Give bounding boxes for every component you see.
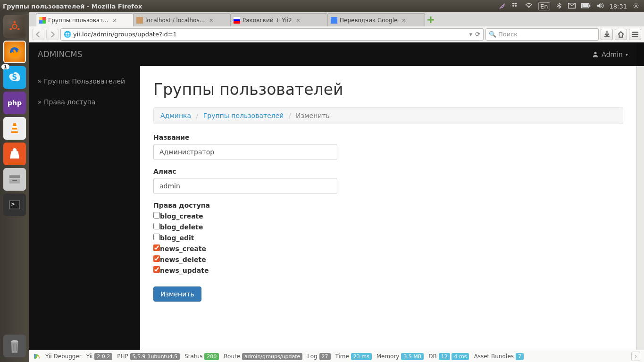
close-icon[interactable]: × — [209, 17, 214, 24]
chevron-down-icon: ▾ — [626, 52, 628, 57]
perm-checkbox[interactable] — [153, 234, 160, 240]
dropdown-icon[interactable]: ▾ — [469, 31, 473, 38]
tab-label: Раковский + Yii2 — [243, 17, 292, 24]
perm-checkbox[interactable] — [153, 212, 160, 219]
url-bar[interactable]: 🌐 yii.loc/admin/groups/update?id=1 ▾ ⟳ — [60, 28, 484, 41]
debug-label: Yii Debugger — [45, 353, 82, 360]
perm-blog_edit[interactable]: blog_edit — [153, 234, 623, 242]
search-bar[interactable]: 🔍 Поиск — [485, 28, 599, 41]
close-icon[interactable]: × — [296, 17, 301, 24]
submit-button[interactable]: Изменить — [153, 286, 201, 302]
sidebar-item-groups[interactable]: » Группы Пользователей — [29, 71, 140, 92]
perm-label: blog_create — [160, 212, 203, 220]
svg-rect-14 — [9, 175, 20, 178]
alias-label: Алиас — [153, 168, 623, 175]
launcher-terminal[interactable]: >_ — [3, 194, 26, 216]
tab-label: localhost / localhos... — [145, 17, 205, 24]
svg-point-19 — [11, 340, 18, 343]
svg-point-23 — [594, 52, 597, 54]
window-titlebar: Группы пользователей - Mozilla Firefox E… — [0, 0, 644, 12]
dropbox-icon[interactable] — [512, 2, 519, 11]
svg-rect-16 — [12, 180, 17, 181]
perm-news_update[interactable]: news_update — [153, 266, 623, 274]
perms-label: Права доступа — [153, 202, 623, 209]
launcher-firefox[interactable] — [3, 41, 26, 63]
brand[interactable]: ADMINCMS — [38, 50, 82, 59]
globe-icon: 🌐 — [64, 31, 71, 38]
clock[interactable]: 18:31 — [610, 3, 627, 10]
tab-strip: Группы пользоват... × localhost / localh… — [29, 12, 644, 26]
launcher-files[interactable] — [3, 168, 26, 191]
perm-label: blog_delete — [160, 223, 203, 231]
perm-blog_delete[interactable]: blog_delete — [153, 223, 623, 231]
unity-launcher: 1 S php >_ — [0, 12, 29, 362]
tab-label: Группы пользоват... — [48, 17, 109, 24]
new-tab-button[interactable] — [425, 13, 437, 26]
svg-point-6 — [12, 24, 17, 28]
tab-1[interactable]: localhost / localhos... × — [133, 13, 231, 26]
name-input[interactable] — [153, 144, 337, 160]
page-content: ADMINCMS Admin ▾ » Группы Пользователей … — [29, 42, 644, 350]
svg-point-9 — [17, 28, 20, 31]
forward-button[interactable] — [46, 29, 59, 40]
launcher-dash[interactable] — [3, 15, 26, 38]
reload-icon[interactable]: ⟳ — [475, 31, 480, 38]
breadcrumb-groups[interactable]: Группы пользователей — [203, 112, 284, 119]
wifi-icon[interactable] — [525, 2, 533, 11]
downloads-button[interactable] — [601, 29, 613, 40]
breadcrumb-admin[interactable]: Админка — [160, 112, 191, 119]
page-title: Группы пользователей — [153, 80, 623, 99]
gear-icon[interactable] — [633, 2, 639, 10]
perm-checkbox[interactable] — [153, 255, 160, 262]
launcher-skype[interactable]: 1 S — [3, 66, 26, 89]
svg-text:S: S — [12, 73, 17, 82]
feather-icon — [499, 2, 506, 11]
app-header: ADMINCMS Admin ▾ — [29, 42, 636, 66]
perm-checkbox[interactable] — [153, 244, 160, 251]
launcher-trash[interactable] — [3, 335, 26, 357]
tab-0[interactable]: Группы пользоват... × — [36, 13, 134, 26]
yii-debug-bar[interactable]: Yii Debugger Yii 2.0.2 PHP 5.5.9-1ubuntu… — [29, 350, 644, 362]
search-icon: 🔍 — [489, 31, 496, 38]
bluetooth-icon[interactable] — [556, 2, 562, 10]
tab-3[interactable]: Переводчик Google × — [327, 13, 425, 26]
close-icon[interactable]: × — [112, 17, 117, 24]
sidebar-item-permissions[interactable]: » Права доступа — [29, 92, 140, 112]
breadcrumb: Админка / Группы пользователей / Изменит… — [153, 107, 623, 124]
user-menu[interactable]: Admin ▾ — [592, 51, 628, 58]
menu-button[interactable] — [629, 29, 641, 40]
home-button[interactable] — [615, 29, 627, 40]
tab-2[interactable]: Раковский + Yii2 × — [230, 13, 328, 26]
back-button[interactable] — [32, 29, 44, 40]
keyboard-layout[interactable]: En — [538, 2, 550, 10]
alias-input[interactable] — [153, 178, 337, 194]
mail-icon[interactable] — [568, 3, 576, 10]
sidebar: » Группы Пользователей » Права доступа — [29, 42, 140, 350]
field-alias: Алиас — [153, 168, 623, 194]
scrollbar[interactable] — [636, 66, 644, 350]
favicon-icon — [39, 17, 46, 24]
svg-point-0 — [528, 7, 529, 8]
svg-point-8 — [10, 28, 12, 31]
svg-rect-12 — [12, 126, 17, 128]
debug-collapse[interactable]: › — [631, 352, 640, 361]
user-icon — [592, 51, 599, 58]
volume-icon[interactable] — [596, 2, 604, 11]
svg-text:>_: >_ — [11, 202, 17, 207]
perm-checkbox[interactable] — [153, 266, 160, 273]
name-label: Название — [153, 134, 623, 141]
breadcrumb-current: Изменить — [296, 112, 330, 119]
launcher-phpstorm[interactable]: php — [3, 92, 26, 114]
close-icon[interactable]: × — [401, 17, 406, 24]
user-name: Admin — [602, 51, 623, 58]
perm-blog_create[interactable]: blog_create — [153, 212, 623, 220]
perm-news_create[interactable]: news_create — [153, 244, 623, 253]
battery-icon[interactable] — [581, 3, 591, 10]
perm-label: news_update — [160, 267, 209, 274]
launcher-vlc[interactable] — [3, 117, 26, 140]
perm-label: news_delete — [160, 256, 206, 263]
launcher-software[interactable] — [3, 143, 26, 165]
perm-news_delete[interactable]: news_delete — [153, 255, 623, 263]
perm-checkbox[interactable] — [153, 223, 160, 229]
nav-toolbar: 🌐 yii.loc/admin/groups/update?id=1 ▾ ⟳ 🔍… — [29, 26, 644, 42]
